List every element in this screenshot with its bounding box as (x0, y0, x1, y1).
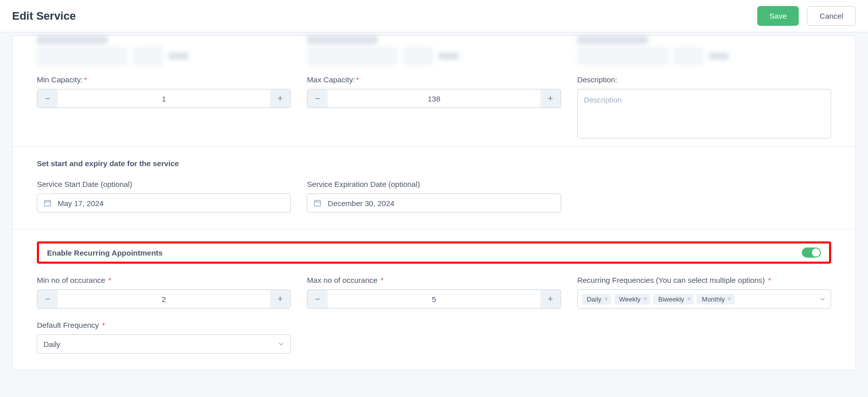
frequency-tag-remove[interactable]: × (687, 295, 691, 303)
service-expiry-date-value[interactable] (328, 199, 554, 208)
required-asterisk: * (356, 75, 359, 84)
section-blurred-previous: Min Capacity:* − + Max Capacity:* − (13, 36, 855, 147)
max-capacity-label: Max Capacity:* (307, 75, 561, 84)
capacity-row: Min Capacity:* − + Max Capacity:* − (37, 75, 831, 138)
svg-rect-0 (44, 201, 51, 206)
min-capacity-input[interactable] (58, 89, 270, 108)
frequency-tag-weekly: Weekly × (614, 294, 650, 305)
service-start-date-label: Service Start Date (optional) (37, 180, 291, 188)
frequency-tag-monthly: Monthly × (697, 294, 735, 305)
recurring-frequencies-label: Recurring Frequencies (You can select mu… (577, 276, 831, 284)
max-occurrence-stepper: − + (307, 289, 561, 309)
header-buttons: Save Cancel (757, 6, 856, 26)
min-capacity-decrement[interactable]: − (37, 89, 58, 108)
calendar-icon (43, 199, 52, 207)
plus-icon: + (278, 93, 283, 104)
max-capacity-increment[interactable]: + (540, 89, 561, 108)
chevron-down-icon (819, 296, 826, 302)
default-frequency-select[interactable]: Daily (37, 334, 291, 354)
frequency-tag-label: Monthly (702, 295, 725, 303)
dates-section-title: Set start and expiry date for the servic… (37, 159, 831, 168)
recurring-title: Enable Recurring Appointments (47, 249, 163, 257)
page-header: Edit Service Save Cancel (0, 0, 868, 32)
max-occurrence-label-text: Max no of occurance (307, 276, 377, 284)
required-asterisk: * (768, 276, 771, 284)
frequency-tag-biweekly: Biweekly × (653, 294, 694, 305)
max-capacity-decrement[interactable]: − (307, 89, 328, 108)
default-frequency-label-text: Default Frequency (37, 321, 99, 329)
max-occurrence-decrement[interactable]: − (307, 290, 328, 308)
frequency-tag-label: Daily (587, 295, 602, 303)
chevron-down-icon (278, 341, 284, 347)
max-capacity-label-text: Max Capacity: (307, 75, 355, 84)
frequency-tag-daily: Daily × (582, 294, 611, 305)
max-occurrence-label: Max no of occurance * (307, 276, 561, 284)
service-expiry-date-label: Service Expiration Date (optional) (307, 180, 561, 188)
required-asterisk: * (381, 276, 384, 284)
recurring-toggle[interactable] (802, 247, 821, 258)
frequency-tag-remove[interactable]: × (728, 295, 732, 303)
dates-row: Service Start Date (optional) Service Ex… (37, 180, 831, 213)
min-capacity-label-text: Min Capacity: (37, 75, 83, 84)
max-capacity-field: Max Capacity:* − + (307, 75, 561, 108)
min-occurrence-field: Min no of occurance * − + (37, 276, 291, 309)
minus-icon: − (315, 93, 321, 104)
service-start-date-field: Service Start Date (optional) (37, 180, 291, 213)
description-input[interactable] (577, 89, 831, 138)
section-recurring: Enable Recurring Appointments Min no of … (13, 229, 855, 370)
section-dates: Set start and expiry date for the servic… (13, 147, 855, 229)
description-field: Description: (577, 75, 831, 138)
frequency-tag-label: Biweekly (658, 295, 684, 303)
min-occurrence-increment[interactable]: + (270, 290, 290, 308)
minus-icon: − (315, 294, 321, 305)
service-start-date-input[interactable] (37, 193, 291, 213)
default-frequency-field: Default Frequency * Daily (37, 321, 291, 354)
required-asterisk: * (84, 75, 87, 84)
save-button[interactable]: Save (757, 6, 799, 26)
max-occurrence-input[interactable] (328, 290, 540, 308)
max-capacity-stepper: − + (307, 89, 561, 108)
page-title: Edit Service (12, 10, 76, 23)
recurring-frequencies-label-text: Recurring Frequencies (You can select mu… (577, 276, 765, 284)
plus-icon: + (278, 294, 283, 305)
cancel-button[interactable]: Cancel (807, 6, 856, 26)
blurred-row (37, 36, 831, 75)
required-asterisk: * (108, 276, 111, 284)
min-occurrence-input[interactable] (58, 290, 270, 308)
min-capacity-stepper: − + (37, 89, 291, 108)
min-capacity-label: Min Capacity:* (37, 75, 291, 84)
max-occurrence-increment[interactable]: + (540, 290, 561, 308)
recurring-row-2: Default Frequency * Daily (37, 321, 831, 354)
min-occurrence-stepper: − + (37, 289, 291, 309)
plus-icon: + (547, 93, 553, 104)
recurring-row-1: Min no of occurance * − + Max no of occu… (37, 276, 831, 309)
min-occurrence-label: Min no of occurance * (37, 276, 291, 284)
default-frequency-label: Default Frequency * (37, 321, 291, 329)
minus-icon: − (45, 294, 51, 305)
recurring-frequencies-field: Recurring Frequencies (You can select mu… (577, 276, 831, 309)
max-capacity-input[interactable] (328, 89, 540, 108)
recurring-frequencies-select[interactable]: Daily × Weekly × Biweekly × Monthly (577, 289, 831, 309)
recurring-header: Enable Recurring Appointments (37, 241, 831, 264)
service-start-date-value[interactable] (58, 199, 284, 208)
svg-rect-4 (314, 201, 321, 206)
frequency-tag-remove[interactable]: × (644, 295, 647, 303)
min-occurrence-decrement[interactable]: − (37, 290, 58, 308)
min-occurrence-label-text: Min no of occurance (37, 276, 105, 284)
frequency-tag-remove[interactable]: × (605, 295, 608, 303)
page-content: Min Capacity:* − + Max Capacity:* − (0, 35, 868, 370)
service-expiry-date-field: Service Expiration Date (optional) (307, 180, 561, 213)
default-frequency-value: Daily (43, 340, 60, 349)
frequency-tag-label: Weekly (619, 295, 641, 303)
min-capacity-increment[interactable]: + (270, 89, 290, 108)
service-expiry-date-input[interactable] (307, 193, 561, 213)
max-occurrence-field: Max no of occurance * − + (307, 276, 561, 309)
main-panel: Min Capacity:* − + Max Capacity:* − (12, 35, 856, 370)
plus-icon: + (547, 294, 553, 305)
min-capacity-field: Min Capacity:* − + (37, 75, 291, 108)
description-label: Description: (577, 75, 831, 84)
required-asterisk: * (102, 321, 105, 329)
calendar-icon (313, 199, 322, 207)
minus-icon: − (45, 93, 51, 104)
